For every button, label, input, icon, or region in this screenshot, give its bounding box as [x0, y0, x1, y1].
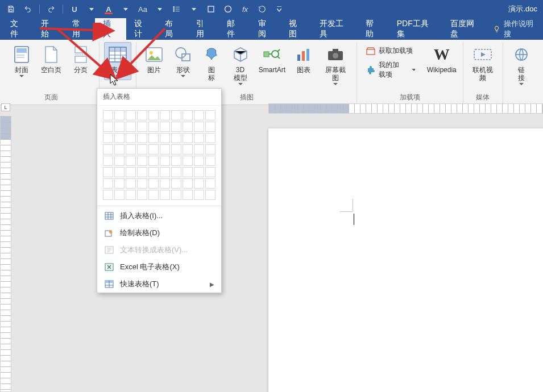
get-addins-button[interactable]: 获取加载项 [362, 44, 420, 57]
grid-cell[interactable] [126, 156, 136, 166]
list-icon[interactable] [169, 2, 184, 16]
vertical-ruler[interactable] [0, 116, 11, 392]
grid-cell[interactable] [160, 167, 170, 177]
grid-cell[interactable] [171, 190, 181, 200]
grid-cell[interactable] [171, 167, 181, 177]
refresh-icon[interactable] [255, 2, 270, 16]
grid-cell[interactable] [137, 156, 147, 166]
grid-cell[interactable] [205, 156, 215, 166]
grid-cell[interactable] [194, 110, 204, 120]
grid-cell[interactable] [126, 122, 136, 132]
tab-help[interactable]: 帮助 [358, 18, 388, 40]
tab-layout[interactable]: 布局 [157, 18, 188, 40]
grid-cell[interactable] [103, 122, 113, 132]
grid-cell[interactable] [160, 110, 170, 120]
grid-cell[interactable] [183, 156, 193, 166]
grid-cell[interactable] [171, 133, 181, 143]
draw-table-item[interactable]: 绘制表格(D) [97, 224, 221, 241]
tell-me-search[interactable]: 操作说明搜 [488, 18, 543, 40]
grid-cell[interactable] [103, 190, 113, 200]
grid-cell[interactable] [114, 178, 125, 189]
font-color-button[interactable]: A [101, 2, 116, 16]
qa-customize[interactable] [272, 2, 287, 16]
tab-review[interactable]: 审阅 [250, 18, 281, 40]
tab-file[interactable]: 文件 [2, 18, 33, 40]
grid-cell[interactable] [126, 144, 136, 155]
circle-icon[interactable] [221, 2, 235, 16]
grid-cell[interactable] [148, 178, 159, 189]
grid-cell[interactable] [160, 178, 170, 189]
grid-cell[interactable] [171, 178, 181, 189]
excel-spreadsheet-item[interactable]: Excel 电子表格(X) [97, 258, 221, 276]
grid-cell[interactable] [160, 190, 170, 200]
grid-cell[interactable] [194, 167, 204, 177]
grid-cell[interactable] [183, 122, 193, 132]
tab-view[interactable]: 视图 [281, 18, 312, 40]
tab-home[interactable]: 开始 [33, 18, 64, 40]
grid-cell[interactable] [205, 110, 215, 120]
grid-cell[interactable] [137, 190, 147, 200]
grid-cell[interactable] [194, 190, 204, 200]
picture-button[interactable]: 图片 [141, 42, 167, 76]
grid-cell[interactable] [205, 178, 215, 189]
tab-pdf[interactable]: PDF工具集 [389, 18, 442, 40]
grid-cell[interactable] [183, 144, 193, 155]
tab-common[interactable]: 常用 [64, 18, 95, 40]
tab-developer[interactable]: 开发工具 [312, 18, 358, 40]
wikipedia-button[interactable]: W Wikipedia [425, 42, 458, 76]
grid-cell[interactable] [183, 133, 193, 143]
formula-button[interactable]: fx [238, 2, 252, 16]
grid-cell[interactable] [114, 190, 125, 200]
grid-cell[interactable] [126, 178, 136, 189]
tab-design[interactable]: 设计 [126, 18, 157, 40]
grid-cell[interactable] [114, 156, 125, 166]
grid-cell[interactable] [137, 122, 147, 132]
grid-cell[interactable] [103, 178, 113, 189]
cover-page-button[interactable]: 封面 [8, 42, 35, 80]
table-button[interactable]: 表格 [104, 42, 131, 80]
grid-cell[interactable] [137, 110, 147, 120]
underline-button[interactable]: U [67, 2, 82, 16]
document-page[interactable] [268, 128, 543, 392]
grid-cell[interactable] [137, 144, 147, 155]
grid-cell[interactable] [114, 122, 125, 132]
redo-icon[interactable] [44, 2, 59, 16]
grid-cell[interactable] [205, 190, 215, 200]
grid-cell[interactable] [103, 133, 113, 143]
icons-button[interactable]: 图 标 [198, 42, 225, 84]
grid-cell[interactable] [183, 110, 193, 120]
my-addins-button[interactable]: 我的加载项 [362, 59, 420, 81]
grid-cell[interactable] [160, 122, 170, 132]
qa-dropdown-3[interactable] [152, 2, 167, 16]
tab-baidu[interactable]: 百度网盘 [442, 18, 488, 40]
grid-cell[interactable] [160, 156, 170, 166]
grid-cell[interactable] [148, 110, 159, 120]
grid-cell[interactable] [171, 110, 181, 120]
grid-cell[interactable] [160, 144, 170, 155]
shapes-button[interactable]: 形状 [169, 42, 196, 80]
tab-insert[interactable]: 插入 [95, 18, 126, 40]
grid-cell[interactable] [183, 178, 193, 189]
grid-cell[interactable] [183, 190, 193, 200]
grid-cell[interactable] [205, 133, 215, 143]
grid-cell[interactable] [171, 122, 181, 132]
tab-mailings[interactable]: 邮件 [219, 18, 250, 40]
online-video-button[interactable]: 联机视频 [468, 42, 498, 84]
page-break-button[interactable]: 分页 [67, 42, 94, 76]
grid-cell[interactable] [194, 133, 204, 143]
blank-page-button[interactable]: 空白页 [38, 42, 65, 76]
link-button[interactable]: 链 接 [508, 42, 535, 88]
grid-cell[interactable] [148, 133, 159, 143]
square-icon[interactable] [204, 2, 218, 16]
tab-references[interactable]: 引用 [188, 18, 219, 40]
grid-cell[interactable] [148, 144, 159, 155]
grid-cell[interactable] [103, 167, 113, 177]
grid-cell[interactable] [194, 122, 204, 132]
grid-cell[interactable] [148, 122, 159, 132]
grid-cell[interactable] [148, 167, 159, 177]
grid-cell[interactable] [114, 167, 125, 177]
chart-button[interactable]: 图表 [291, 42, 317, 76]
tab-selector[interactable]: L [1, 103, 10, 111]
insert-table-item[interactable]: 插入表格(I)... [97, 207, 221, 224]
grid-cell[interactable] [205, 167, 215, 177]
